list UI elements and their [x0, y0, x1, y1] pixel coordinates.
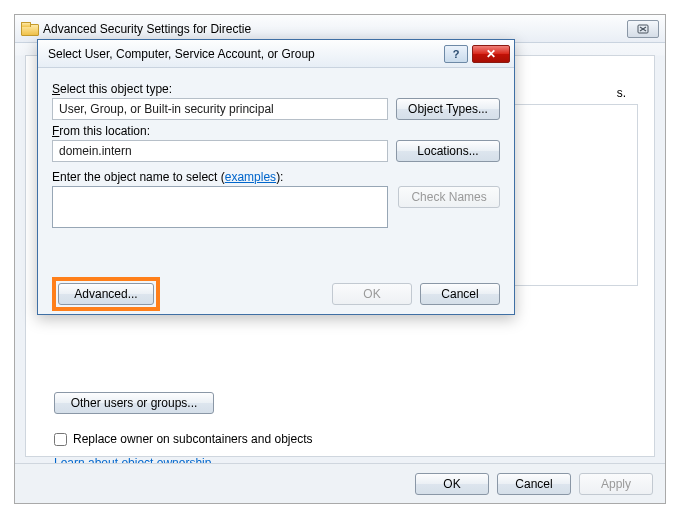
locations-button[interactable]: Locations...: [396, 140, 500, 162]
enter-name-label: Enter the object name to select (example…: [52, 170, 500, 184]
dialog-close-button[interactable]: ✕: [472, 45, 510, 63]
parent-window: Advanced Security Settings for Directie …: [14, 14, 666, 504]
location-field: domein.intern: [52, 140, 388, 162]
replace-owner-checkbox[interactable]: [54, 433, 67, 446]
help-icon: ?: [453, 48, 460, 60]
advanced-button[interactable]: Advanced...: [58, 283, 154, 305]
close-icon: [637, 24, 649, 34]
dialog-cancel-button[interactable]: Cancel: [420, 283, 500, 305]
object-type-label: Select this object type:: [52, 82, 500, 96]
other-users-button[interactable]: Other users or groups...: [54, 392, 214, 414]
parent-cancel-button[interactable]: Cancel: [497, 473, 571, 495]
folder-icon: [21, 22, 37, 36]
parent-apply-button: Apply: [579, 473, 653, 495]
close-icon: ✕: [486, 48, 496, 60]
examples-link[interactable]: examples: [225, 170, 276, 184]
close-button[interactable]: [627, 20, 659, 38]
check-names-button: Check Names: [398, 186, 500, 208]
location-label: From this location:: [52, 124, 500, 138]
obscured-text-fragment: s.: [617, 86, 626, 100]
dialog-footer: Advanced... OK Cancel: [38, 274, 514, 314]
window-title: Advanced Security Settings for Directie: [43, 22, 627, 36]
select-object-dialog: Select User, Computer, Service Account, …: [37, 39, 515, 315]
help-button[interactable]: ?: [444, 45, 468, 63]
object-type-field: User, Group, or Built-in security princi…: [52, 98, 388, 120]
dialog-title: Select User, Computer, Service Account, …: [48, 47, 444, 61]
advanced-highlight-box: Advanced...: [52, 277, 160, 311]
object-names-input[interactable]: [52, 186, 388, 228]
dialog-ok-button: OK: [332, 283, 412, 305]
dialog-titlebar: Select User, Computer, Service Account, …: [38, 40, 514, 68]
dialog-body: Select this object type: User, Group, or…: [38, 68, 514, 238]
object-types-button[interactable]: Object Types...: [396, 98, 500, 120]
replace-owner-row: Replace owner on subcontainers and objec…: [54, 432, 312, 446]
parent-footer: OK Cancel Apply: [15, 463, 665, 503]
replace-owner-label: Replace owner on subcontainers and objec…: [73, 432, 312, 446]
parent-ok-button[interactable]: OK: [415, 473, 489, 495]
